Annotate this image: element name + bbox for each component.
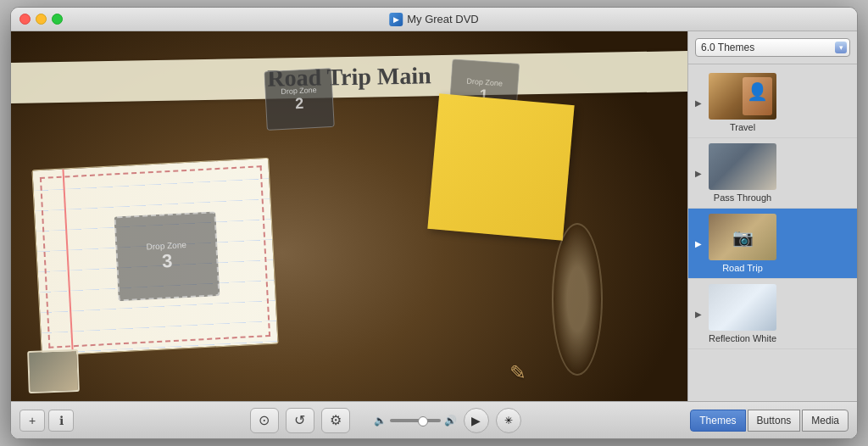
info-button[interactable]: ℹ (48, 410, 74, 432)
toolbar: + ℹ ⊙ ↺ ⚙ 🔈 🔊 ▶ (11, 401, 857, 438)
volume-slider[interactable] (390, 419, 441, 422)
close-button[interactable] (19, 14, 31, 25)
toolbar-right: Themes Buttons Media (690, 410, 849, 432)
sidebar: 6.0 Themes 5.0 Themes 4.0 Themes ▶ (687, 31, 857, 401)
network-button[interactable]: ⊙ (250, 408, 279, 433)
drop-zone-3: Drop Zone 3 (114, 211, 220, 301)
settings-button[interactable]: ⚙ (321, 408, 350, 433)
sticky-note (427, 93, 574, 240)
volume-low-icon: 🔈 (374, 415, 387, 426)
theme-arrow-icon: ▶ (695, 98, 704, 108)
tab-themes[interactable]: Themes (690, 410, 745, 432)
loop-icon: ↺ (294, 412, 305, 428)
drop-zone-2: Drop Zone 2 (264, 68, 335, 131)
window-title-area: ▶ My Great DVD (389, 13, 479, 26)
tab-buttons[interactable]: Buttons (748, 410, 801, 432)
loop-button[interactable]: ↺ (286, 408, 314, 433)
toolbar-left: + ℹ (19, 410, 74, 432)
theme-select-wrapper[interactable]: 6.0 Themes 5.0 Themes 4.0 Themes (695, 38, 850, 57)
theme-select[interactable]: 6.0 Themes 5.0 Themes 4.0 Themes (695, 38, 850, 57)
volume-high-icon: 🔊 (444, 415, 457, 426)
fullscreen-button[interactable]: ✳ (496, 408, 521, 433)
traffic-lights (19, 14, 63, 25)
maximize-button[interactable] (52, 14, 63, 25)
theme-item-road-trip[interactable]: ▶ Road Trip (688, 209, 857, 279)
tape-roll (552, 223, 603, 376)
pass-through-thumbnail (709, 143, 776, 190)
fullscreen-icon: ✳ (504, 415, 513, 426)
volume-section: 🔈 🔊 (374, 415, 457, 426)
theme-item-reflection-white[interactable]: ▶ Reflection White (688, 279, 857, 349)
sidebar-header: 6.0 Themes 5.0 Themes 4.0 Themes (688, 31, 857, 64)
theme-arrow-icon: ▶ (695, 309, 704, 319)
theme-item-pass-through[interactable]: ▶ Pass Through (688, 138, 857, 209)
app-icon: ▶ (389, 13, 403, 26)
small-photo (27, 349, 80, 393)
settings-icon: ⚙ (330, 412, 342, 428)
title-bar: ▶ My Great DVD (11, 8, 857, 31)
tab-media[interactable]: Media (802, 410, 849, 432)
theme-arrow-icon: ▶ (695, 239, 704, 248)
network-icon: ⊙ (259, 412, 270, 428)
main-content: Road Trip Main Drop Zone 2 Drop Zone 1 (11, 31, 857, 401)
reflection-white-thumbnail (709, 284, 776, 331)
main-window: ▶ My Great DVD Road Trip Main Drop Zone … (10, 7, 858, 439)
road-trip-thumbnail (709, 214, 776, 260)
toolbar-center: ⊙ ↺ ⚙ 🔈 🔊 ▶ ✳ (87, 408, 683, 433)
minimize-button[interactable] (36, 14, 47, 25)
themes-list: ▶ Travel ▶ (688, 64, 857, 401)
play-icon: ▶ (471, 414, 481, 427)
theme-item-travel[interactable]: ▶ Travel (688, 68, 857, 138)
preview-canvas: Road Trip Main Drop Zone 2 Drop Zone 1 (11, 31, 687, 401)
theme-arrow-icon: ▶ (695, 169, 704, 178)
preview-area: Road Trip Main Drop Zone 2 Drop Zone 1 (11, 31, 687, 401)
window-title: My Great DVD (407, 13, 479, 25)
play-button[interactable]: ▶ (464, 408, 489, 433)
travel-thumbnail (709, 73, 776, 120)
add-button[interactable]: + (19, 410, 45, 432)
notebook: Drop Zone 3 (31, 158, 278, 356)
